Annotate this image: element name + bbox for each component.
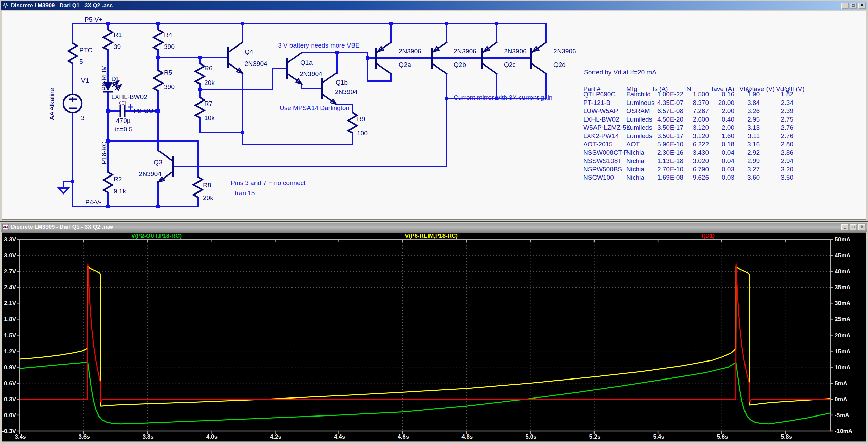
y-axis-left-tick-label: 0.6V	[4, 380, 16, 387]
x-axis-tick-label: 5.4s	[653, 433, 664, 440]
y-axis-left-tick-label: 1.2V	[4, 348, 16, 355]
resistor-symbol	[348, 113, 357, 133]
schematic-window-title: Discrete LM3909 - Darl Q1 - 3X Q2 .asc	[11, 3, 113, 9]
schematic-titlebar[interactable]: Discrete LM3909 - Darl Q1 - 3X Q2 .asc _…	[1, 1, 867, 10]
table-cell: 2.76	[781, 132, 793, 140]
npn-emitter	[228, 63, 243, 73]
y-axis-left-tick-label: 0.9V	[4, 364, 16, 371]
y-axis-left-tick-label: 2.1V	[4, 300, 16, 307]
component-label: 3	[81, 114, 85, 122]
table-cell: AOT	[626, 141, 640, 148]
junction-dot	[71, 180, 74, 183]
component-label: Q2b	[454, 61, 466, 68]
component-label: R5	[164, 69, 172, 76]
y-axis-right-tick-label: 20mA	[835, 332, 850, 339]
waveform-window-icon	[2, 224, 9, 230]
table-cell: 1.500	[693, 91, 709, 98]
table-cell: 2.00	[722, 107, 734, 114]
table-cell: 2.80	[781, 141, 793, 148]
component-label: 2N3906	[553, 48, 576, 55]
legend-item[interactable]: V(P6-RLIM,P18-RC)	[405, 233, 458, 239]
y-axis-right-tick-label: 30mA	[835, 300, 850, 307]
schematic-canvas[interactable]: P5-V+P4-V-P2-OUTP6-RLIMP18-RCPTC5V13AA A…	[2, 11, 866, 220]
minimize-button[interactable]: _	[841, 3, 849, 9]
table-cell: 5.96E-10	[657, 141, 683, 148]
table-cell: 6.57E-08	[657, 107, 683, 114]
x-axis-tick-label: 5.2s	[589, 433, 600, 440]
component-label: 2N3904	[300, 70, 322, 77]
table-cell: 2.99	[747, 157, 760, 164]
table-cell: NSPW500BS	[583, 166, 622, 173]
table-cell: Lumileds	[626, 124, 652, 131]
table-cell: 2.70E-10	[657, 166, 683, 173]
pnp-collector	[482, 63, 497, 74]
npn-collector	[287, 53, 302, 63]
maximize-button[interactable]: □	[850, 224, 857, 230]
resistor-symbol	[68, 43, 77, 63]
comment-text: .tran 15	[233, 189, 255, 197]
table-cell: 2.94	[781, 157, 793, 164]
npn-collector	[228, 42, 243, 52]
component-label: R8	[203, 182, 211, 189]
net-label: P2-OUT	[134, 107, 157, 114]
component-label: 2N3904	[245, 60, 267, 67]
table-cell: 0.04	[722, 157, 734, 164]
junction-dot	[106, 205, 110, 208]
table-cell: NSSWS108T	[583, 157, 622, 164]
y-axis-right-tick-label: -10mA	[835, 428, 852, 434]
component-label: 2N3906	[504, 48, 527, 55]
waveform-window-buttons: _ □ ✕	[840, 224, 866, 230]
minimize-button[interactable]: _	[841, 224, 849, 230]
table-cell: 3.50E-17	[657, 124, 683, 131]
legend-item[interactable]: V(P2-OUT,P18-RC)	[131, 233, 182, 239]
component-label: LXHL-BW02	[111, 93, 147, 100]
y-axis-right-tick-label: -5mA	[835, 412, 849, 419]
table-cell: 2.00	[722, 124, 734, 131]
component-label: Q2a	[399, 61, 411, 68]
table-cell: LUW-W5AP	[583, 107, 618, 114]
component-label: 9.1k	[114, 188, 126, 195]
x-axis-tick-label: 5.8s	[781, 433, 792, 440]
table-cell: 2.30E-16	[657, 149, 683, 156]
junction-dot	[366, 56, 369, 60]
table-cell: Luminous	[626, 99, 654, 106]
table-cell: Nichia	[626, 157, 644, 164]
component-label: 39	[114, 43, 121, 50]
y-axis-right-tick-label: 25mA	[835, 316, 850, 322]
table-cell: Nichia	[626, 174, 644, 181]
table-cell: 2.39	[781, 107, 793, 114]
table-cell: 20.00	[718, 99, 734, 106]
table-cell: 3.120	[693, 124, 709, 131]
y-axis-left-tick-label: 3.3V	[4, 236, 16, 243]
y-axis-right-tick-label: 5mA	[835, 380, 847, 387]
maximize-button[interactable]: □	[850, 3, 857, 9]
close-button[interactable]: ✕	[858, 3, 866, 9]
waveform-titlebar[interactable]: Discrete LM3909 - Darl Q1 - 3X Q2 .raw _…	[1, 223, 867, 232]
pnp-collector	[432, 63, 447, 74]
y-axis-right-tick-label: 50mA	[835, 236, 850, 243]
component-label: Q4	[245, 48, 253, 55]
component-label: R7	[204, 100, 212, 107]
junction-dot	[445, 97, 448, 100]
table-cell: LXHL-BW02	[583, 116, 619, 123]
table-cell: 1.82	[781, 91, 793, 98]
component-label: R9	[357, 115, 365, 123]
table-cell: 0.04	[722, 149, 734, 156]
table-cell: Lumileds	[626, 132, 652, 140]
table-cell: 3.50	[781, 174, 793, 181]
table-cell: 6.790	[693, 166, 709, 173]
x-axis-tick-label: 4.0s	[206, 433, 218, 440]
table-cell: 1.69E-08	[657, 174, 683, 181]
waveform-plot-area[interactable]: 3.3V3.0V2.7V2.4V2.1V1.8V1.5V1.2V0.9V0.6V…	[2, 232, 866, 442]
y-axis-left-tick-label: 3.0V	[4, 252, 16, 259]
x-axis-tick-label: 4.6s	[398, 433, 409, 440]
comment-text: Pins 3 and 7 = no connect	[231, 179, 306, 186]
y-axis-left-tick-label: 0.0V	[4, 412, 16, 419]
table-cell: QTLP690C	[583, 91, 616, 98]
table-cell: 1.60	[722, 132, 734, 140]
component-label: 20k	[204, 79, 215, 86]
legend-item[interactable]: I(D1)	[702, 233, 715, 239]
close-button[interactable]: ✕	[858, 224, 866, 230]
resistor-symbol	[103, 30, 112, 50]
table-cell: 2.92	[747, 149, 760, 156]
